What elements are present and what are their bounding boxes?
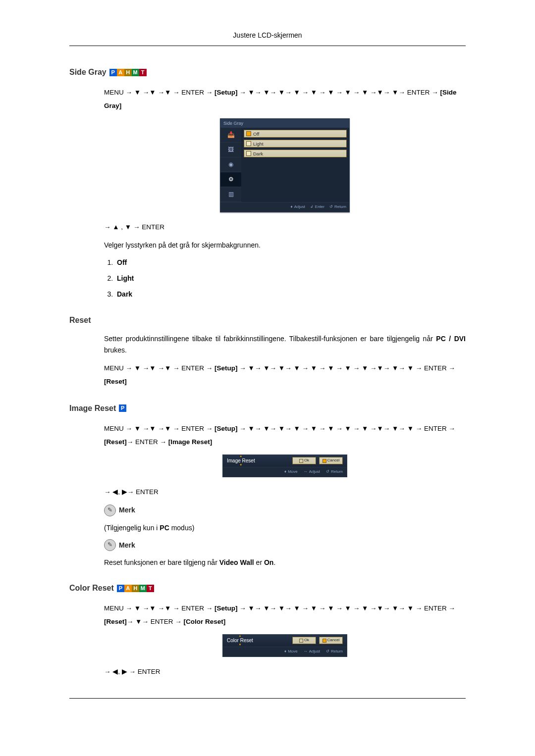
nav-fragment-bold: [Reset]: [104, 378, 127, 385]
text-fragment: (Tilgjengelig kun i: [104, 524, 160, 532]
image-reset-after-path: → ◀, ▶→ ENTER: [104, 485, 466, 499]
text-bold: Video Wall: [219, 558, 254, 566]
check-icon: [246, 141, 251, 146]
osd-icon-column: 📥 🖼 ◉ ⚙ ▥: [220, 128, 241, 202]
color-reset-nav-path: MENU → ▼ →▼ →▼ → ENTER → [Setup] → ▼→ ▼→…: [104, 602, 466, 628]
note-label: Merk: [119, 540, 135, 551]
mode-badge-a-icon: A: [124, 585, 132, 592]
cancel-button[interactable]: Cancel: [319, 637, 343, 644]
heading-color-reset: Color Reset P A H M T: [69, 582, 466, 595]
osd-side-gray: Side Gray 📥 🖼 ◉ ⚙ ▥ Off: [104, 118, 466, 212]
ok-button[interactable]: Ok: [292, 637, 316, 644]
cancel-button[interactable]: Cancel: [319, 457, 343, 464]
note-1-text: (Tilgjengelig kun i PC modus): [104, 522, 466, 533]
hint-adjust: ↔Adjust: [304, 649, 320, 655]
heading-text: Side Gray: [69, 66, 107, 79]
osd-body: 📥 🖼 ◉ ⚙ ▥ Off Light: [220, 128, 349, 202]
side-gray-after-path: → ▲ , ▼ → ENTER: [104, 220, 466, 234]
mode-badges: P A H M T: [117, 585, 154, 592]
osd-tab-sound-icon[interactable]: ◉: [220, 157, 241, 172]
osd-tab-input-icon[interactable]: 📥: [220, 128, 241, 143]
osd-option-label: Light: [253, 140, 264, 148]
text-bold: PC / DVI: [436, 335, 466, 343]
side-gray-nav-path: MENU → ▼ →▼ →▼ → ENTER → [Setup] → ▼→ ▼→…: [104, 86, 466, 112]
text-fragment: .: [273, 558, 275, 566]
list-item: Off: [115, 257, 466, 268]
nav-fragment-bold: [Image Reset]: [168, 438, 213, 446]
osd-tab-multi-icon[interactable]: ▥: [220, 187, 241, 202]
osd-option-light[interactable]: Light: [244, 140, 347, 148]
mode-badge-p-icon: P: [117, 585, 124, 592]
nav-fragment: → ▼→ ▼→ ▼→ ▼ → ▼ → ▼ → ▼ → ▼ →▼→ ▼→ ENTE…: [238, 89, 440, 96]
heading-side-gray: Side Gray P A H M T: [69, 66, 466, 79]
nav-fragment-bold: [Setup]: [214, 364, 238, 372]
text-fragment: Reset funksjonen er bare tilgjeng når: [104, 558, 219, 566]
mode-badge-h-icon: H: [132, 585, 139, 592]
osd-hint-adjust: ♦Adjust: [291, 204, 305, 210]
option-label: Light: [117, 274, 134, 282]
side-gray-content: MENU → ▼ →▼ →▼ → ENTER → [Setup] → ▼→ ▼→…: [104, 86, 466, 300]
button-label: Ok: [304, 457, 309, 464]
note-line-1: ✎ Merk: [104, 504, 466, 516]
dialog-footer: ♦Move ↔Adjust ↺Return: [223, 647, 347, 656]
heading-text: Reset: [69, 314, 91, 327]
leftright-icon: ↔: [304, 649, 308, 655]
hint-label: Move: [288, 469, 298, 475]
button-label: Cancel: [327, 457, 340, 464]
note-icon: ✎: [104, 504, 116, 516]
button-label: Ok: [304, 637, 309, 644]
hint-move: ♦Move: [284, 649, 298, 655]
return-icon: ↺: [326, 469, 329, 475]
heading-reset: Reset: [69, 314, 466, 327]
text-bold: PC: [160, 524, 169, 532]
osd-footer: ♦Adjust ↲Enter ↺Return: [220, 202, 349, 212]
check-icon: [299, 459, 303, 463]
hint-label: Adjust: [294, 204, 305, 210]
osd-tab-picture-icon[interactable]: 🖼: [220, 143, 241, 157]
note-line-2: ✎ Merk: [104, 539, 466, 551]
osd-color-reset-dialog: Color Reset Ok Cancel ♦Move ↔Adjust ↺Ret…: [104, 634, 466, 657]
nav-fragment: MENU → ▼ →▼ →▼ → ENTER →: [104, 89, 214, 96]
list-item: Dark: [115, 289, 466, 300]
hint-label: Adjust: [309, 649, 320, 655]
nav-fragment: MENU → ▼ →▼ →▼ → ENTER →: [104, 605, 214, 612]
list-item: Light: [115, 273, 466, 284]
document-header: Justere LCD-skjermen: [69, 30, 466, 46]
button-label: Cancel: [327, 637, 340, 644]
dialog-title: Color Reset: [227, 637, 253, 645]
color-reset-content: MENU → ▼ →▼ →▼ → ENTER → [Setup] → ▼→ ▼→…: [104, 602, 466, 678]
updown-icon: ♦: [284, 469, 286, 475]
osd-option-dark[interactable]: Dark: [244, 150, 347, 157]
return-icon: ↺: [326, 649, 329, 655]
mode-badge-m-icon: M: [132, 69, 139, 76]
mode-badge-t-icon: T: [147, 585, 154, 592]
reset-desc: Setter produktinnstillingene tilbake til…: [104, 333, 466, 355]
mode-badges: P: [119, 404, 126, 412]
note-2-text: Reset funksjonen er bare tilgjeng når Vi…: [104, 557, 466, 568]
osd-window: Side Gray 📥 🖼 ◉ ⚙ ▥ Off: [220, 118, 350, 212]
dialog-footer: ♦Move ↔Adjust ↺Return: [223, 467, 347, 477]
nav-fragment: → ▼→ ▼→ ▼→ ▼ → ▼ → ▼ → ▼ → ▼ →▼→ ▼→ ▼ → …: [238, 605, 456, 612]
image-reset-content: MENU → ▼ →▼ →▼ → ENTER → [Setup] → ▼→ ▼→…: [104, 422, 466, 568]
hint-return: ↺Return: [326, 469, 343, 475]
check-icon: [246, 131, 251, 136]
text-fragment: modus): [169, 524, 195, 532]
ok-button[interactable]: Ok: [292, 457, 316, 464]
text-fragment: Setter produktinnstillingene tilbake til…: [104, 335, 436, 343]
heading-image-reset: Image Reset P: [69, 402, 466, 415]
check-icon: [322, 639, 326, 643]
osd-hint-enter: ↲Enter: [310, 204, 324, 210]
mode-badge-m-icon: M: [139, 585, 147, 592]
mode-badges: P A H M T: [109, 69, 147, 76]
dialog-buttons: Ok Cancel: [292, 457, 343, 464]
hint-label: Adjust: [309, 469, 320, 475]
osd-hint-return: ↺Return: [329, 204, 346, 210]
updown-icon: ♦: [291, 204, 293, 210]
hint-label: Move: [288, 649, 298, 655]
return-icon: ↺: [329, 204, 333, 210]
header-title: Justere LCD-skjermen: [233, 31, 302, 39]
osd-option-off[interactable]: Off: [244, 130, 347, 138]
osd-dialog: Color Reset Ok Cancel ♦Move ↔Adjust ↺Ret…: [222, 634, 347, 657]
osd-tab-setup-icon[interactable]: ⚙: [220, 172, 241, 187]
dialog-buttons: Ok Cancel: [292, 637, 343, 644]
